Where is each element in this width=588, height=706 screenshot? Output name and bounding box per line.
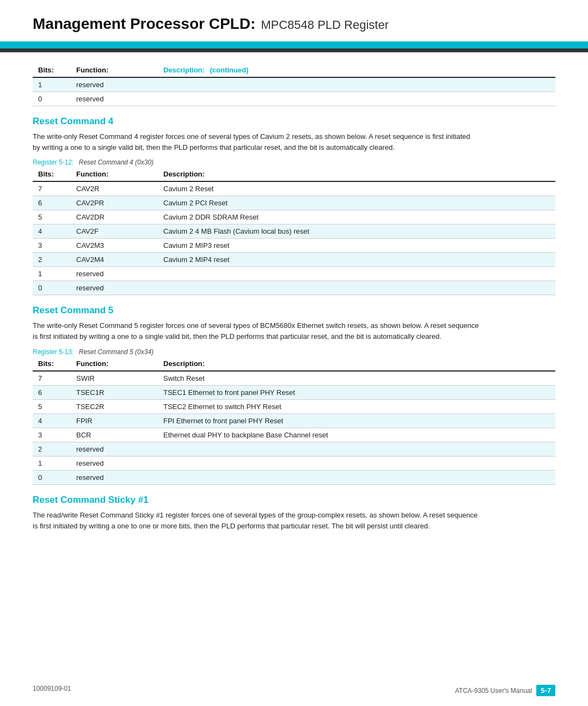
col-header-description: Description: (continued) xyxy=(158,63,555,77)
table-reset-cmd5: Bits: Function: Description: 7SWIRSwitch… xyxy=(33,357,555,485)
table-row: 7SWIRSwitch Reset xyxy=(33,371,555,386)
table-row: 3CAV2M3Cavium 2 MIP3 reset xyxy=(33,239,555,253)
cell-description: Cavium 2 PCI Reset xyxy=(158,196,555,210)
table-reset-cmd4: Bits: Function: Description: 7CAV2RCaviu… xyxy=(33,167,555,295)
cell-function: SWIR xyxy=(71,371,158,386)
title-light: MPC8548 PLD Register xyxy=(261,18,389,32)
cell-function: CAV2F xyxy=(71,224,158,239)
cell-description: Cavium 2 4 MB Flash (Cavium local bus) r… xyxy=(158,224,555,239)
cell-function: reserved xyxy=(71,267,158,281)
table-row: 5TSEC2RTSEC2 Ethernet to switch PHY Rese… xyxy=(33,399,555,413)
register5-label: Register 5-13: Reset Command 5 (0x34) xyxy=(33,348,555,356)
cell-bits: 6 xyxy=(33,196,71,210)
cell-bits: 3 xyxy=(33,428,71,442)
table-row: 5CAV2DRCavium 2 DDR SDRAM Reset xyxy=(33,210,555,224)
table-row: 4FPIRFPI Ethernet to front panel PHY Res… xyxy=(33,413,555,428)
cell-bits: 4 xyxy=(33,413,71,428)
cell-function: TSEC2R xyxy=(71,399,158,413)
title-bold: Management Processor CPLD: xyxy=(33,15,255,32)
cell-bits: 7 xyxy=(33,371,71,386)
continued-label: (continued) xyxy=(210,66,248,74)
table-row: 6CAV2PRCavium 2 PCI Reset xyxy=(33,196,555,210)
cell-description xyxy=(158,267,555,281)
table-row: 7CAV2RCavium 2 Reset xyxy=(33,181,555,196)
cell-description: TSEC1 Ethernet to front panel PHY Reset xyxy=(158,385,555,399)
cell-description: FPI Ethernet to front panel PHY Reset xyxy=(158,413,555,428)
col-bits-hdr: Bits: xyxy=(33,167,71,181)
cell-description: Cavium 2 Reset xyxy=(158,181,555,196)
table-row: 0reserved xyxy=(33,470,555,484)
cell-description: Ethernet dual PHY to backplane Base Chan… xyxy=(158,428,555,442)
section5-title: Reset Command 5 xyxy=(33,305,555,316)
page-header: Management Processor CPLD:MPC8548 PLD Re… xyxy=(0,0,588,43)
cell-bits: 6 xyxy=(33,385,71,399)
table-row: 1 reserved xyxy=(33,77,555,92)
section4-body: The write-only Reset Command 4 register … xyxy=(33,131,479,153)
cell-function: FPIR xyxy=(71,413,158,428)
cell-bits: 1 xyxy=(33,77,71,92)
cell-function: TSEC1R xyxy=(71,385,158,399)
table-row: 2CAV2M4Cavium 2 MIP4 reset xyxy=(33,253,555,267)
section-sticky-body: The read/write Reset Command Sticky #1 r… xyxy=(33,510,479,532)
cell-description xyxy=(158,77,555,92)
cell-function: CAV2DR xyxy=(71,210,158,224)
cell-bits: 2 xyxy=(33,253,71,267)
cell-description: TSEC2 Ethernet to switch PHY Reset xyxy=(158,399,555,413)
cell-description: Switch Reset xyxy=(158,371,555,386)
table-row: 1reserved xyxy=(33,267,555,281)
deco-bar-dark xyxy=(0,48,588,52)
page-title: Management Processor CPLD:MPC8548 PLD Re… xyxy=(33,15,555,33)
cell-function: reserved xyxy=(71,92,158,106)
section4-title: Reset Command 4 xyxy=(33,116,555,127)
table-row: 3BCREthernet dual PHY to backplane Base … xyxy=(33,428,555,442)
page-number-badge: 5-7 xyxy=(536,685,555,696)
cell-description xyxy=(158,470,555,484)
cell-bits: 0 xyxy=(33,470,71,484)
cell-function: CAV2M4 xyxy=(71,253,158,267)
cell-bits: 3 xyxy=(33,239,71,253)
top-continued-table: Bits: Function: Description: (continued)… xyxy=(33,63,555,106)
cell-function: CAV2PR xyxy=(71,196,158,210)
section-sticky-title: Reset Command Sticky #1 xyxy=(33,495,555,506)
col-header-function: Function: xyxy=(71,63,158,77)
col-func-hdr: Function: xyxy=(71,167,158,181)
cell-bits: 0 xyxy=(33,92,71,106)
cell-function: CAV2R xyxy=(71,181,158,196)
cell-description xyxy=(158,92,555,106)
cell-bits: 7 xyxy=(33,181,71,196)
main-content: Bits: Function: Description: (continued)… xyxy=(0,52,588,553)
table-row: 0reserved xyxy=(33,281,555,295)
table-row: 4CAV2FCavium 2 4 MB Flash (Cavium local … xyxy=(33,224,555,239)
cell-description xyxy=(158,281,555,295)
cell-bits: 0 xyxy=(33,281,71,295)
cell-bits: 4 xyxy=(33,224,71,239)
col-func-hdr: Function: xyxy=(71,357,158,371)
cell-description: Cavium 2 MIP3 reset xyxy=(158,239,555,253)
cell-function: reserved xyxy=(71,77,158,92)
table-row: 0 reserved xyxy=(33,92,555,106)
table-row: 2reserved xyxy=(33,442,555,456)
table-row: 6TSEC1RTSEC1 Ethernet to front panel PHY… xyxy=(33,385,555,399)
cell-description xyxy=(158,442,555,456)
cell-function: reserved xyxy=(71,281,158,295)
col-bits-hdr: Bits: xyxy=(33,357,71,371)
footer-right: ATCA-9305 User's Manual 5-7 xyxy=(455,685,555,696)
cell-bits: 2 xyxy=(33,442,71,456)
deco-bar-cyan xyxy=(0,43,588,48)
register4-label: Register 5-12: Reset Command 4 (0x30) xyxy=(33,159,555,166)
col-header-bits: Bits: xyxy=(33,63,71,77)
cell-bits: 5 xyxy=(33,399,71,413)
cell-function: reserved xyxy=(71,442,158,456)
cell-bits: 1 xyxy=(33,456,71,470)
table-row: 1reserved xyxy=(33,456,555,470)
cell-function: BCR xyxy=(71,428,158,442)
cell-function: reserved xyxy=(71,456,158,470)
cell-description xyxy=(158,456,555,470)
cell-function: reserved xyxy=(71,470,158,484)
cell-bits: 1 xyxy=(33,267,71,281)
footer-doc-number: 10009109-01 xyxy=(33,685,71,696)
col-desc-hdr: Description: xyxy=(158,357,555,371)
cell-bits: 5 xyxy=(33,210,71,224)
footer-manual-title: ATCA-9305 User's Manual xyxy=(455,687,532,695)
col-desc-hdr: Description: xyxy=(158,167,555,181)
